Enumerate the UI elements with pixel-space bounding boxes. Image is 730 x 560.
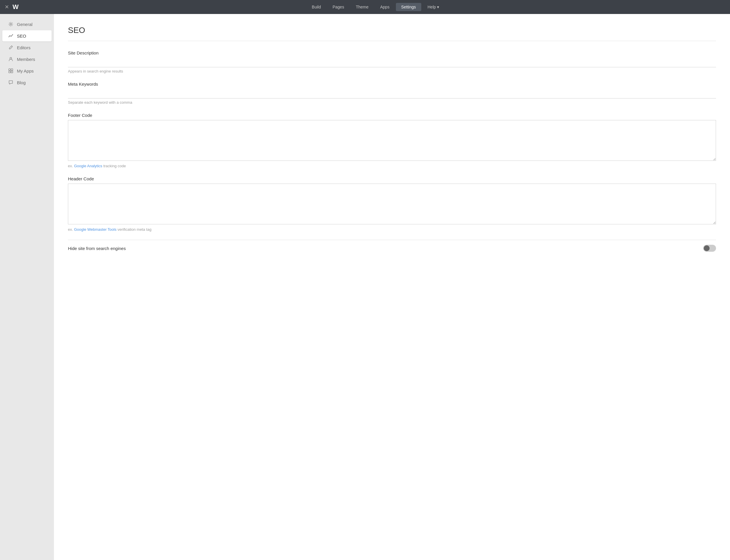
svg-point-1 [10,57,12,59]
sidebar-item-general-label: General [17,22,32,27]
header-code-label: Header Code [68,176,716,181]
grid-icon [8,68,13,73]
sidebar-item-members[interactable]: Members [2,54,52,65]
top-navigation: ✕ W Build Pages Theme Apps Settings Help… [0,0,730,14]
toggle-knob [704,245,710,251]
header-code-group: Header Code ex. Google Webmaster Tools v… [68,176,716,232]
footer-code-textarea[interactable] [68,120,716,161]
meta-keywords-input[interactable] [68,89,716,98]
site-description-input[interactable] [68,58,716,67]
sidebar-item-general[interactable]: General [2,19,52,30]
nav-links: Build Pages Theme Apps Settings Help ▾ [26,3,725,11]
sidebar-item-seo-label: SEO [17,34,26,38]
comment-icon [8,80,13,85]
nav-build[interactable]: Build [307,3,326,11]
nav-pages[interactable]: Pages [327,3,349,11]
svg-point-0 [10,24,12,25]
title-divider [68,41,716,41]
svg-rect-3 [11,69,13,71]
main-layout: General SEO Editors [0,14,730,560]
sidebar: General SEO Editors [0,14,54,560]
person-icon [8,57,13,62]
content-area: SEO Site Description Appears in search e… [54,14,730,560]
nav-apps[interactable]: Apps [375,3,395,11]
sidebar-item-blog-label: Blog [17,80,26,85]
svg-rect-2 [9,69,10,71]
google-webmaster-tools-link[interactable]: Google Webmaster Tools [74,227,116,232]
close-button[interactable]: ✕ [5,4,9,10]
nav-help[interactable]: Help ▾ [423,3,445,11]
sidebar-item-myapps[interactable]: My Apps [2,65,52,76]
trend-icon [8,33,13,38]
header-code-textarea[interactable] [68,184,716,224]
nav-theme[interactable]: Theme [350,3,374,11]
header-code-hint: ex. Google Webmaster Tools verification … [68,227,716,232]
pencil-icon [8,45,13,50]
footer-code-hint: ex. Google Analytics tracking code [68,164,716,168]
meta-keywords-group: Meta Keywords Separate each keyword with… [68,82,716,105]
site-description-hint: Appears in search engine results [68,69,716,73]
page-title: SEO [68,26,716,35]
hide-from-search-label: Hide site from search engines [68,246,126,251]
logo: W [13,3,19,11]
sidebar-item-editors-label: Editors [17,45,31,50]
hide-from-search-row: Hide site from search engines [68,240,716,256]
footer-code-group: Footer Code ex. Google Analytics trackin… [68,113,716,168]
nav-settings[interactable]: Settings [396,3,421,11]
sidebar-item-seo[interactable]: SEO [2,30,52,41]
footer-code-label: Footer Code [68,113,716,118]
sidebar-item-editors[interactable]: Editors [2,42,52,53]
sidebar-item-members-label: Members [17,57,35,62]
gear-icon [8,22,13,27]
meta-keywords-hint: Separate each keyword with a comma [68,100,716,105]
site-description-label: Site Description [68,50,716,55]
google-analytics-link[interactable]: Google Analytics [74,164,102,168]
sidebar-item-blog[interactable]: Blog [2,77,52,88]
svg-rect-5 [11,71,13,73]
hide-from-search-toggle[interactable] [703,245,716,252]
svg-rect-4 [9,71,10,73]
site-description-group: Site Description Appears in search engin… [68,50,716,73]
sidebar-item-myapps-label: My Apps [17,68,34,73]
meta-keywords-label: Meta Keywords [68,82,716,87]
